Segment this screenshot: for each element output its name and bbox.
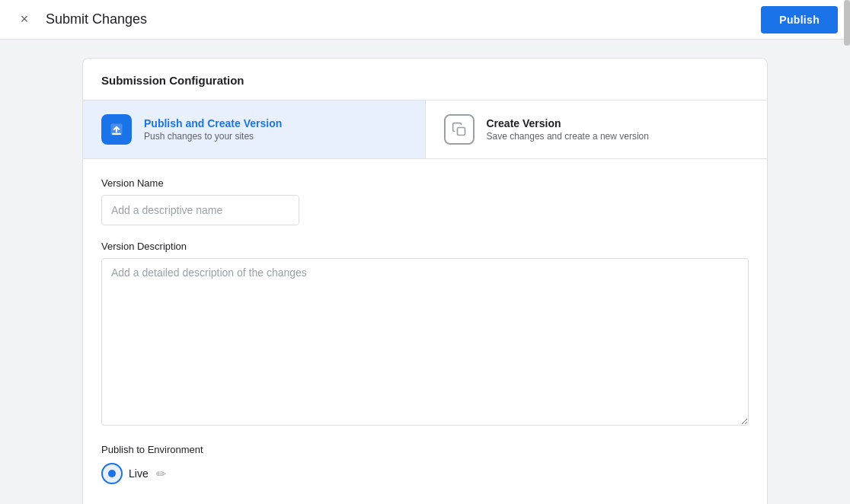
version-description-group: Version Description xyxy=(101,241,749,429)
tab-publish-create-sublabel: Push changes to your sites xyxy=(144,131,282,142)
tab-create-version-sublabel: Save changes and create a new version xyxy=(487,131,649,142)
tab-publish-create-label: Publish and Create Version xyxy=(144,117,282,129)
publish-to-env-label: Publish to Environment xyxy=(101,444,749,455)
header-left: × Submit Changes xyxy=(12,8,147,32)
tab-publish-create-text: Publish and Create Version Push changes … xyxy=(144,117,282,142)
version-name-input[interactable] xyxy=(101,195,299,225)
tab-publish-create[interactable]: Publish and Create Version Push changes … xyxy=(83,100,426,158)
env-icon xyxy=(101,463,123,484)
dialog-title: Submit Changes xyxy=(46,11,147,27)
dialog-header: × Submit Changes Publish xyxy=(0,0,850,40)
env-row: Live ✏ xyxy=(101,463,749,484)
card-title: Submission Configuration xyxy=(101,74,244,87)
form-body: Version Name Version Description Publish… xyxy=(83,159,767,504)
version-name-label: Version Name xyxy=(101,177,749,189)
tab-create-version-label: Create Version xyxy=(487,117,649,129)
submission-card: Submission Configuration Publish and Cre… xyxy=(82,58,768,504)
env-edit-button[interactable]: ✏ xyxy=(155,465,168,483)
close-button[interactable]: × xyxy=(12,8,37,32)
publish-button[interactable]: Publish xyxy=(761,6,838,33)
version-name-group: Version Name xyxy=(101,177,749,225)
version-description-label: Version Description xyxy=(101,241,749,252)
env-icon-inner xyxy=(108,470,116,477)
version-description-input[interactable] xyxy=(101,258,749,426)
scrollbar[interactable] xyxy=(844,0,850,504)
close-icon: × xyxy=(21,11,29,27)
create-version-icon xyxy=(444,114,475,145)
tab-create-version[interactable]: Create Version Save changes and create a… xyxy=(426,100,768,158)
scrollbar-thumb xyxy=(844,0,850,46)
tab-create-version-text: Create Version Save changes and create a… xyxy=(487,117,649,142)
publish-to-env-group: Publish to Environment Live ✏ xyxy=(101,444,749,484)
option-tabs: Publish and Create Version Push changes … xyxy=(83,100,767,159)
publish-create-icon xyxy=(101,114,132,145)
card-header: Submission Configuration xyxy=(83,59,767,100)
env-name: Live xyxy=(129,467,149,480)
edit-icon: ✏ xyxy=(156,467,166,481)
svg-rect-1 xyxy=(457,128,465,136)
content-area: Submission Configuration Publish and Cre… xyxy=(0,40,850,504)
